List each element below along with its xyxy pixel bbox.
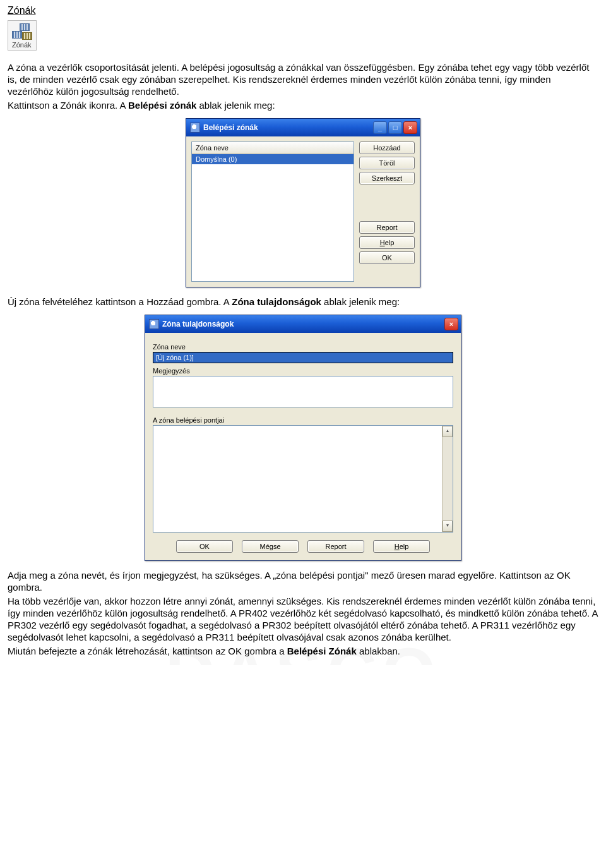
close-button[interactable]: ×: [403, 121, 417, 134]
intro-paragraph-2: Kattintson a Zónák ikonra. A Belépési zó…: [8, 100, 598, 112]
add-button[interactable]: Hozzáad: [359, 142, 415, 154]
report-button[interactable]: Report: [359, 221, 415, 234]
zones-window-titlebar[interactable]: Belépési zónák _ □ ×: [186, 119, 420, 136]
ok-button[interactable]: OK: [176, 540, 233, 553]
zones-icon: [12, 23, 32, 40]
help-button[interactable]: Help: [373, 540, 430, 553]
cancel-button[interactable]: Mégse: [242, 540, 299, 553]
close-button[interactable]: ×: [444, 318, 458, 330]
outro-paragraph-3: Miután befejezte a zónák létrehozását, k…: [8, 646, 598, 658]
zones-toolbar-button[interactable]: Zónák: [8, 20, 37, 51]
outro-paragraph-1: Adja meg a zóna nevét, és írjon megjegyz…: [8, 570, 598, 594]
minimize-button[interactable]: _: [373, 121, 387, 134]
window-icon: [190, 123, 200, 133]
zone-name-input[interactable]: [153, 352, 453, 363]
delete-button[interactable]: Töröl: [359, 157, 415, 169]
zones-window-title: Belépési zónák: [203, 123, 258, 132]
zone-properties-window: Zóna tulajdonságok × Zóna neve Megjegyzé…: [145, 315, 461, 561]
zones-list-item-selected[interactable]: Domyślna (0): [192, 154, 354, 164]
help-button[interactable]: Help: [359, 236, 415, 249]
scroll-down-icon[interactable]: ▾: [443, 521, 453, 532]
edit-button[interactable]: Szerkeszt: [359, 172, 415, 184]
zone-name-label: Zóna neve: [153, 343, 453, 351]
zones-list[interactable]: Zóna neve Domyślna (0): [191, 142, 354, 282]
zones-window: Belépési zónák _ □ × Zóna neve Domyślna …: [186, 118, 420, 287]
report-button[interactable]: Report: [307, 540, 364, 553]
zones-list-header[interactable]: Zóna neve: [192, 142, 354, 154]
memo-label: Megjegyzés: [153, 367, 453, 375]
intro-paragraph-1: A zóna a vezérlők csoportosítását jelent…: [8, 62, 598, 97]
mid-paragraph: Új zóna felvételéhez kattintson a Hozzáa…: [8, 296, 598, 308]
maximize-button[interactable]: □: [388, 121, 402, 134]
page-title: Zónák: [8, 5, 598, 16]
entry-points-label: A zóna belépési pontjai: [153, 416, 453, 424]
window-icon: [149, 319, 159, 329]
ok-button[interactable]: OK: [359, 251, 415, 264]
zones-toolbar-label: Zónák: [12, 41, 32, 49]
memo-textarea[interactable]: [153, 376, 453, 407]
props-window-titlebar[interactable]: Zóna tulajdonságok ×: [145, 315, 461, 333]
entry-points-listbox[interactable]: ▴ ▾: [153, 425, 453, 533]
outro-paragraph-2: Ha több vezérlője van, akkor hozzon létr…: [8, 596, 598, 643]
scrollbar[interactable]: ▴ ▾: [442, 426, 453, 532]
props-window-title: Zóna tulajdonságok: [162, 320, 234, 329]
scroll-up-icon[interactable]: ▴: [443, 426, 453, 437]
